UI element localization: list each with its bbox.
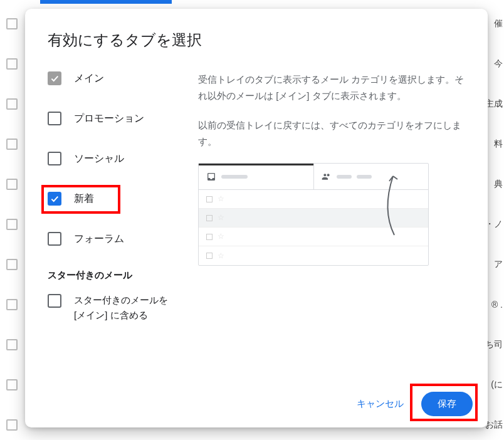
row-snippet: ・ノ	[485, 219, 503, 230]
row-snippet: ア	[494, 259, 503, 270]
checkbox-promotions[interactable]	[48, 112, 61, 125]
row-checkbox[interactable]	[6, 379, 18, 390]
illus-tab-primary	[199, 164, 314, 189]
row-checkbox[interactable]	[6, 299, 18, 310]
option-label: プロモーション	[74, 112, 144, 125]
row-checkbox[interactable]	[6, 419, 18, 431]
option-label: スター付きのメールを [メイン] に含める	[74, 293, 182, 323]
row-snippet: (に	[491, 379, 503, 390]
row-checkbox[interactable]	[6, 259, 18, 270]
people-icon	[322, 172, 332, 182]
option-label: 新着	[74, 192, 94, 206]
description-panel: 受信トレイのタブに表示するメール カテゴリを選択します。それ以外のメールは [メ…	[198, 71, 466, 323]
row-snippet: ち司	[485, 339, 503, 350]
description-text-1: 受信トレイのタブに表示するメール カテゴリを選択します。それ以外のメールは [メ…	[198, 71, 466, 103]
description-text-2: 以前の受信トレイに戻すには、すべてのカテゴリをオフにします。	[198, 117, 466, 149]
row-snippet: 料	[494, 139, 503, 150]
dialog-footer: キャンセル 保存	[353, 392, 473, 416]
save-button[interactable]: 保存	[421, 392, 473, 416]
active-tab-indicator	[40, 0, 172, 4]
option-promotions[interactable]: プロモーション	[48, 112, 182, 125]
option-main: メイン	[48, 71, 182, 85]
starred-section-title: スター付きのメール	[48, 270, 182, 281]
tab-illustration: ☆ ☆ ☆ ☆	[198, 163, 429, 266]
row-snippet: ® .	[491, 300, 503, 310]
checkbox-forums[interactable]	[48, 232, 61, 246]
illus-row: ☆	[199, 246, 428, 265]
row-checkbox[interactable]	[6, 339, 18, 350]
checkbox-main	[48, 71, 61, 85]
row-snippet: 催	[494, 18, 503, 29]
row-checkbox[interactable]	[6, 139, 18, 150]
row-checkbox[interactable]	[6, 219, 18, 230]
checkbox-social[interactable]	[48, 152, 61, 165]
option-updates[interactable]: 新着	[48, 192, 182, 206]
option-forums[interactable]: フォーラム	[48, 232, 182, 246]
row-snippet: 主成	[485, 98, 503, 110]
enable-tabs-dialog: 有効にするタブを選択 メイン プロモーション ソーシャル	[25, 9, 488, 427]
row-snippet: 今	[494, 58, 503, 70]
option-label: フォーラム	[74, 233, 124, 246]
illus-tab-other	[314, 164, 429, 189]
option-label: ソーシャル	[74, 152, 124, 165]
inbox-icon	[206, 172, 216, 182]
option-starred-in-main[interactable]: スター付きのメールを [メイン] に含める	[48, 293, 182, 323]
row-snippet: 典	[494, 179, 503, 190]
row-checkbox[interactable]	[6, 179, 18, 190]
row-checkbox[interactable]	[6, 58, 18, 70]
row-checkbox[interactable]	[6, 18, 18, 29]
cancel-button[interactable]: キャンセル	[353, 393, 407, 415]
category-options: メイン プロモーション ソーシャル 新着 フォーラム スタ	[48, 71, 182, 323]
checkbox-updates[interactable]	[48, 192, 61, 206]
dialog-title: 有効にするタブを選択	[48, 30, 466, 50]
arrow-icon	[375, 172, 413, 241]
row-snippet: お話	[485, 419, 503, 431]
row-checkbox[interactable]	[6, 98, 18, 110]
option-label: メイン	[74, 72, 104, 85]
option-social[interactable]: ソーシャル	[48, 152, 182, 165]
checkbox-starred[interactable]	[48, 294, 61, 308]
